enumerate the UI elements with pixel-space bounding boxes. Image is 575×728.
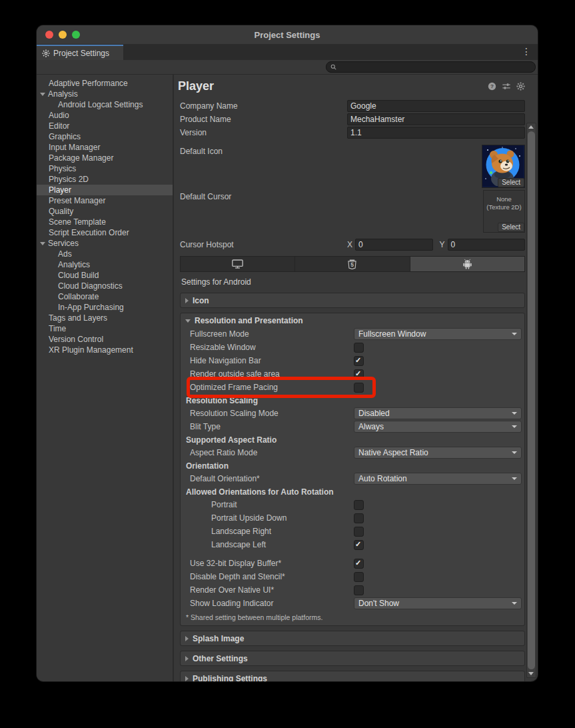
settings-for-label: Settings for Android bbox=[181, 277, 525, 288]
sidebar-item-audio[interactable]: Audio bbox=[37, 110, 173, 121]
sidebar-item-cloud-build[interactable]: Cloud Build bbox=[37, 270, 173, 281]
subsection-resolution-scaling: Resolution Scaling bbox=[181, 394, 524, 407]
checkbox-hide-navigation-bar[interactable] bbox=[354, 356, 364, 366]
checkbox-render-outside-safe-area[interactable] bbox=[354, 369, 364, 379]
foldout-right-icon bbox=[185, 676, 189, 681]
checkbox-disable-depth-and-stencil[interactable] bbox=[354, 572, 364, 582]
sidebar-item-preset-manager[interactable]: Preset Manager bbox=[37, 195, 173, 206]
foldout-down-icon bbox=[185, 319, 191, 323]
subsection-orientation: Orientation bbox=[181, 459, 524, 472]
dropdown-default-orientation[interactable]: Auto Rotation bbox=[354, 473, 522, 485]
sidebar-item-analytics[interactable]: Analytics bbox=[37, 259, 173, 270]
sidebar-item-scene-template[interactable]: Scene Template bbox=[37, 217, 173, 227]
foldout-down-icon[interactable] bbox=[40, 242, 45, 245]
checkbox-landscape-left[interactable] bbox=[354, 540, 364, 550]
minimize-window-icon[interactable] bbox=[59, 31, 67, 39]
setting-label: Render Over Native UI* bbox=[186, 585, 354, 595]
setting-label: Landscape Right bbox=[186, 527, 354, 536]
section-icon-header[interactable]: Icon bbox=[181, 293, 524, 307]
foldout-down-icon[interactable] bbox=[40, 93, 45, 96]
setting-row-resolution-scaling-mode: Resolution Scaling ModeDisabled bbox=[181, 407, 524, 420]
sidebar-item-adaptive-performance[interactable]: Adaptive Performance bbox=[37, 78, 173, 89]
sidebar-item-graphics[interactable]: Graphics bbox=[37, 131, 173, 142]
setting-row-landscape-left: Landscape Left bbox=[181, 538, 524, 551]
sidebar-item-package-manager[interactable]: Package Manager bbox=[37, 153, 173, 163]
close-window-icon[interactable] bbox=[45, 31, 53, 39]
sidebar-item-physics-2d[interactable]: Physics 2D bbox=[37, 174, 173, 185]
more-menu-icon[interactable]: ⋮ bbox=[522, 47, 531, 56]
sidebar-item-xr-plugin-management[interactable]: XR Plugin Management bbox=[37, 345, 173, 355]
checkbox-use-32-bit-display-buffer[interactable] bbox=[354, 559, 364, 569]
default-icon-select-button[interactable]: Select bbox=[498, 178, 524, 187]
sidebar-item-collaborate[interactable]: Collaborate bbox=[37, 291, 173, 302]
platform-tab-standalone[interactable] bbox=[181, 257, 295, 271]
sidebar-item-tags-and-layers[interactable]: Tags and Layers bbox=[37, 313, 173, 323]
sidebar-item-time[interactable]: Time bbox=[37, 323, 173, 334]
scroll-down-icon[interactable] bbox=[528, 672, 534, 675]
platform-tab-webgl[interactable]: 5 bbox=[295, 257, 410, 271]
sidebar-item-script-execution-order[interactable]: Script Execution Order bbox=[37, 227, 173, 238]
checkbox-portrait[interactable] bbox=[354, 500, 364, 510]
sidebar-item-in-app-purchasing[interactable]: In-App Purchasing bbox=[37, 302, 173, 313]
setting-label: Fullscreen Mode bbox=[186, 329, 354, 339]
dropdown-blit-type[interactable]: Always bbox=[354, 421, 522, 433]
dropdown-show-loading-indicator[interactable]: Don't Show bbox=[354, 597, 522, 609]
product-name-field[interactable]: MechaHamster bbox=[347, 113, 525, 125]
sidebar-item-android-logcat-settings[interactable]: Android Logcat Settings bbox=[37, 99, 173, 110]
checkbox-landscape-right[interactable] bbox=[354, 527, 364, 537]
scrollbar-thumb[interactable] bbox=[528, 131, 535, 669]
default-cursor-object-field[interactable]: None (Texture 2D) Select bbox=[483, 190, 525, 233]
default-icon-thumbnail[interactable]: Select bbox=[482, 145, 525, 188]
scroll-up-icon[interactable] bbox=[528, 125, 534, 129]
hotspot-y-field[interactable]: 0 bbox=[448, 239, 525, 251]
product-name-row: Product Name MechaHamster bbox=[178, 113, 525, 126]
section-publishing-header[interactable]: Publishing Settings bbox=[181, 671, 524, 681]
section-other-header[interactable]: Other Settings bbox=[181, 651, 524, 665]
cursor-value-line1: None bbox=[484, 195, 524, 203]
sidebar-item-services[interactable]: Services bbox=[37, 238, 173, 249]
setting-label: Default Orientation* bbox=[186, 474, 354, 483]
hotspot-x-field[interactable]: 0 bbox=[355, 239, 432, 251]
checkbox-resizable-window[interactable] bbox=[354, 343, 364, 353]
section-resolution-header[interactable]: Resolution and Presentation bbox=[181, 313, 524, 327]
checkbox-render-over-native-ui[interactable] bbox=[354, 585, 364, 595]
platform-tab-android[interactable] bbox=[410, 257, 524, 271]
version-field[interactable]: 1.1 bbox=[347, 127, 525, 139]
sidebar-item-version-control[interactable]: Version Control bbox=[37, 334, 173, 345]
section-splash-header[interactable]: Splash Image bbox=[181, 631, 524, 645]
company-name-field[interactable]: Google bbox=[347, 100, 525, 112]
sidebar-item-editor[interactable]: Editor bbox=[37, 121, 173, 131]
sidebar-item-quality[interactable]: Quality bbox=[37, 206, 173, 217]
search-input[interactable] bbox=[326, 61, 536, 73]
maximize-window-icon[interactable] bbox=[72, 31, 80, 39]
presets-icon[interactable] bbox=[502, 82, 511, 91]
dropdown-fullscreen-mode[interactable]: Fullscreen Window bbox=[354, 328, 522, 340]
sidebar-item-label: Tags and Layers bbox=[49, 313, 107, 323]
setting-row-render-outside-safe-area: Render outside safe area bbox=[181, 367, 524, 381]
sidebar-item-label: Scene Template bbox=[49, 217, 106, 227]
setting-label: Blit Type bbox=[186, 422, 354, 431]
checkbox-optimized-frame-pacing[interactable] bbox=[354, 383, 364, 393]
titlebar[interactable]: Project Settings bbox=[37, 25, 538, 45]
checkbox-portrait-upside-down[interactable] bbox=[354, 513, 364, 523]
svg-text:5: 5 bbox=[351, 261, 354, 268]
dropdown-aspect-ratio-mode[interactable]: Native Aspect Ratio bbox=[354, 447, 522, 459]
vertical-scrollbar[interactable] bbox=[526, 123, 536, 678]
monitor-icon bbox=[232, 259, 243, 269]
help-icon[interactable]: ? bbox=[488, 82, 496, 91]
default-cursor-select-button[interactable]: Select bbox=[498, 223, 524, 232]
sidebar-item-cloud-diagnostics[interactable]: Cloud Diagnostics bbox=[37, 281, 173, 291]
gear-icon[interactable] bbox=[516, 82, 525, 91]
sidebar-item-physics[interactable]: Physics bbox=[37, 163, 173, 174]
sidebar-item-input-manager[interactable]: Input Manager bbox=[37, 142, 173, 153]
setting-label: Landscape Left bbox=[186, 540, 354, 549]
tab-project-settings[interactable]: Project Settings bbox=[37, 45, 123, 60]
default-cursor-row: Default Cursor None (Texture 2D) Select bbox=[178, 190, 525, 235]
dropdown-resolution-scaling-mode[interactable]: Disabled bbox=[354, 407, 522, 419]
subsection-label: Allowed Orientations for Auto Rotation bbox=[186, 487, 334, 497]
sidebar-item-analysis[interactable]: Analysis bbox=[37, 89, 173, 99]
section-resolution-label: Resolution and Presentation bbox=[195, 316, 303, 325]
sidebar-item-ads[interactable]: Ads bbox=[37, 249, 173, 259]
chevron-down-icon bbox=[512, 477, 517, 480]
sidebar-item-player[interactable]: Player bbox=[37, 185, 173, 195]
